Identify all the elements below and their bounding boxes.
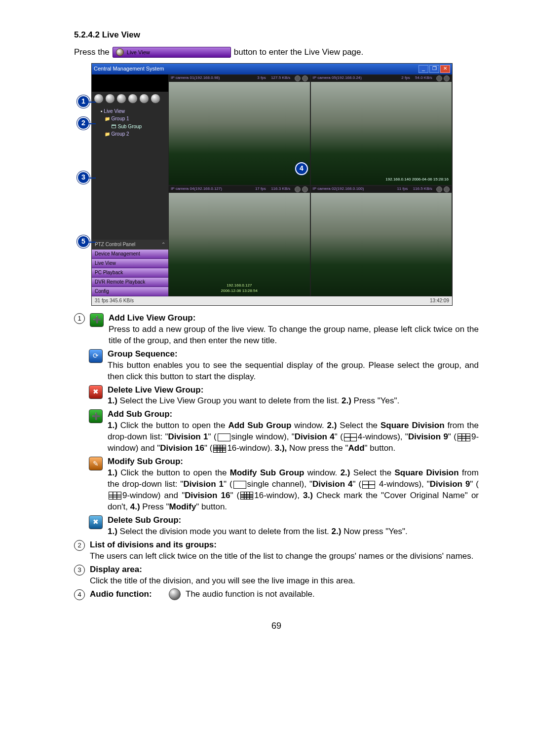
delete-subgroup-title: Delete Sub Group: [108, 515, 181, 525]
list-divisions-title: List of divisions and its groups: [90, 540, 217, 549]
intro-before: Press the [74, 47, 110, 58]
division-4-icon [344, 433, 357, 441]
window-titlebar: Central Management System _ ❐ ✕ [92, 64, 452, 74]
division-4-icon [362, 481, 375, 489]
division-1-icon [233, 481, 246, 489]
division-9-icon [457, 433, 470, 441]
audio-icon[interactable] [295, 186, 301, 192]
pane-header: IP camera 02(192.168.0.100) 11 fps 116.5… [311, 186, 452, 193]
menu-dvr-remote-playback[interactable]: DVR Remote Playback [92, 278, 168, 287]
modify-subgroup-icon: ✎ [89, 457, 103, 470]
video-pane-3[interactable]: IP camera 04(192.168.0.127) 17 fps 116.3… [168, 185, 310, 296]
callout-4: 4 [295, 162, 308, 175]
video-grid: IP camera 01(192.168.0.98) 3 fps 127.5 K… [168, 74, 452, 296]
division-16-icon [240, 492, 253, 500]
add-group-icon: ➕ [90, 313, 104, 327]
delete-group-title: Delete Live View Group: [108, 385, 203, 395]
ptz-panel: PTZ Control Panel ⌃ Device Management Li… [92, 240, 168, 296]
annotation-marker-2: 2 [74, 540, 85, 551]
intro-after: button to enter the Live View page. [234, 47, 363, 58]
section-title: Live View [102, 30, 140, 39]
sequence-body: This button enables you to see the seque… [108, 360, 479, 381]
video-feed: 192.168.0.127 2006-12-06 13:28:54 [169, 193, 310, 296]
menu-device-management[interactable]: Device Management [92, 250, 168, 259]
sequence-title: Group Sequence: [108, 349, 178, 359]
record-icon[interactable] [302, 186, 308, 192]
delete-group-icon[interactable] [116, 94, 126, 104]
pane-header: IP camera 05(192.168.0.24) 2 fps 54.0 KB… [311, 75, 452, 82]
live-view-button-label: Live View [127, 49, 150, 56]
status-bar: 31 fps 345.6 KB/s 13:42:09 [92, 296, 452, 305]
audio-icon[interactable] [436, 75, 442, 81]
close-button[interactable]: ✕ [440, 65, 450, 73]
division-9-icon [109, 492, 121, 500]
video-feed: 192.168.0.140 2006-04-06 15:28:16 [311, 82, 452, 185]
toolbar [92, 92, 168, 106]
delete-group-icon: ✖ [89, 385, 103, 399]
audio-icon[interactable] [295, 75, 301, 81]
menu-live-view[interactable]: Live View [92, 259, 168, 268]
delete-subgroup-icon: ✖ [89, 515, 103, 529]
callout-1: 1 [77, 95, 90, 108]
sidebar: Live View Group 1 🗔 Sub Group Group 2 PT… [92, 74, 169, 296]
annotation-marker-3: 3 [74, 565, 85, 576]
menu-config[interactable]: Config [92, 287, 168, 296]
video-feed [311, 193, 452, 296]
ptz-header: PTZ Control Panel ⌃ [92, 240, 168, 250]
annotation-marker-4: 4 [74, 589, 85, 600]
add-subgroup-icon: ➕ [89, 409, 103, 423]
ptz-collapse-icon[interactable]: ⌃ [161, 241, 165, 248]
video-pane-2[interactable]: IP camera 05(192.168.0.24) 2 fps 54.0 KB… [310, 74, 453, 185]
minimize-button[interactable]: _ [419, 65, 428, 73]
callout-2: 2 [77, 117, 90, 130]
maximize-button[interactable]: ❐ [429, 65, 439, 73]
group-tree: Live View Group 1 🗔 Sub Group Group 2 [92, 106, 168, 140]
add-subgroup-title: Add Sub Group: [108, 409, 172, 419]
live-view-icon [116, 48, 124, 56]
status-clock: 13:42:09 [430, 297, 449, 304]
modify-subgroup-title: Modify Sub Group: [108, 457, 183, 466]
record-icon[interactable] [444, 75, 450, 81]
callout-5: 5 [77, 235, 90, 248]
window-title: Central Management System [94, 65, 164, 72]
add-subgroup-icon[interactable] [128, 94, 138, 104]
add-group-body: Press to add a new group of the live vie… [109, 324, 479, 345]
record-icon[interactable] [302, 75, 308, 81]
add-group-title: Add Live View Group: [109, 313, 195, 323]
audio-icon[interactable] [436, 186, 442, 192]
display-area-body: Click the title of the division, and you… [90, 576, 355, 585]
delete-subgroup-icon[interactable] [151, 94, 160, 104]
menu-pc-playback[interactable]: PC Playback [92, 268, 168, 278]
video-pane-4[interactable]: IP camera 02(192.168.0.100) 11 fps 116.5… [310, 185, 453, 296]
status-left: 31 fps 345.6 KB/s [95, 297, 134, 304]
annotation-marker-1: 1 [74, 313, 85, 324]
callout-3: 3 [77, 171, 90, 184]
brand-logo [92, 74, 168, 92]
tree-subgroup[interactable]: 🗔 Sub Group [95, 123, 165, 131]
sequence-icon[interactable] [105, 94, 115, 104]
video-pane-1[interactable]: IP camera 01(192.168.0.98) 3 fps 127.5 K… [168, 74, 310, 185]
intro-line: Press the Live View button to enter the … [74, 47, 479, 58]
live-view-button[interactable]: Live View [113, 47, 231, 58]
audio-function-body: The audio function is not available. [186, 589, 315, 600]
tree-root[interactable]: Live View [95, 108, 165, 115]
window-buttons: _ ❐ ✕ [419, 65, 450, 73]
division-16-icon [213, 445, 226, 453]
tree-group-1[interactable]: Group 1 [95, 115, 165, 123]
overlay-timestamp: 192.168.0.140 2006-04-06 15:28:16 [385, 178, 449, 182]
page-number: 69 [74, 620, 479, 632]
pane-header: IP camera 01(192.168.0.98) 3 fps 127.5 K… [169, 75, 310, 82]
video-feed [169, 82, 310, 185]
division-1-icon [218, 433, 230, 441]
overlay-timestamp: 192.168.0.127 2006-12-06 13:28:54 [221, 283, 258, 294]
tree-group-2[interactable]: Group 2 [95, 130, 165, 138]
cms-app-window: 1 2 3 4 5 Central Management System _ ❐ … [91, 63, 453, 306]
modify-subgroup-icon[interactable] [139, 94, 149, 104]
sequence-icon: ⟳ [89, 349, 103, 363]
list-divisions-body: The users can left click twice on the ti… [90, 551, 474, 561]
section-number: 5.2.4.2 [74, 30, 100, 39]
audio-function-title: Audio function: [90, 589, 164, 600]
pane-header: IP camera 04(192.168.0.127) 17 fps 116.3… [169, 186, 310, 193]
display-area-title: Display area: [90, 565, 142, 574]
record-icon[interactable] [444, 186, 450, 192]
